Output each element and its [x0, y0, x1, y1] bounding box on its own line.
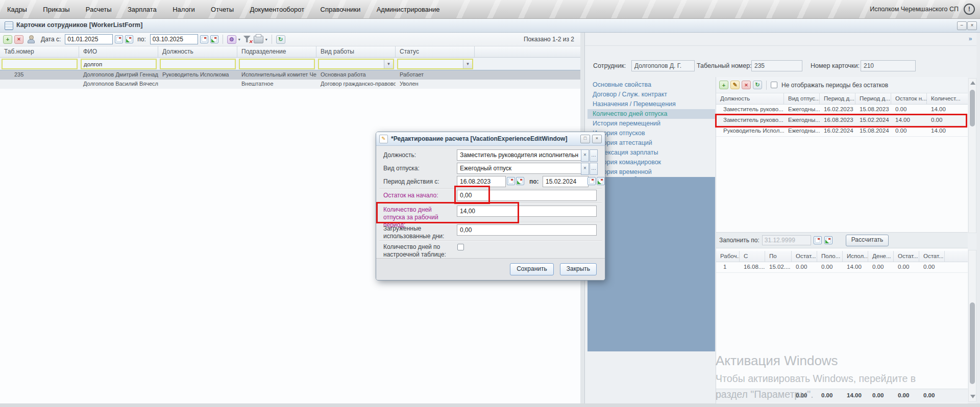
balance-field[interactable]: 0,00 — [457, 190, 597, 201]
dialog-maximize-button[interactable]: □ — [580, 135, 590, 143]
column-header-balance[interactable]: Остаток н... — [891, 93, 927, 104]
chevron-down-icon[interactable]: ▼ — [463, 60, 472, 68]
dialog-close-button[interactable]: × — [592, 135, 602, 143]
column-header-status[interactable]: Статус — [396, 46, 475, 57]
lookup-button[interactable]: … — [590, 163, 598, 175]
hide-empty-periods-checkbox[interactable] — [771, 82, 777, 88]
menu-spravochniki[interactable]: Справочники — [313, 0, 368, 18]
delete-period-button[interactable]: ✕ — [742, 81, 751, 89]
minimize-button[interactable]: − — [957, 21, 967, 30]
add-period-button[interactable]: + — [719, 81, 728, 89]
filter-fio-input[interactable]: долгоп — [81, 59, 157, 69]
column-header-balance3[interactable]: Остат... — [919, 251, 945, 262]
nav-item-main-properties[interactable]: Основные свойства — [587, 80, 715, 90]
lookup-button[interactable]: … — [590, 149, 598, 162]
edit-period-button[interactable]: ✎ — [730, 81, 740, 89]
calendar-go-icon[interactable] — [597, 177, 605, 185]
collapse-panel-button[interactable]: » — [966, 34, 974, 43]
dialog-titlebar[interactable]: ✎ *Редактирование расчета [VacationExper… — [376, 132, 605, 146]
nav-item-contract[interactable]: Договор / Служ. контракт — [587, 90, 715, 99]
scrollbar-thumb[interactable] — [970, 90, 975, 126]
nav-item-vacation-days[interactable]: Количество дней отпуска — [587, 109, 715, 119]
period-row[interactable]: 1 16.08.... 15.02.... 0.00 0.00 14.00 0.… — [716, 262, 968, 273]
scrollbar-thumb[interactable] — [970, 302, 975, 384]
column-header-position[interactable]: Должность — [158, 46, 237, 57]
nav-item-attestations-history[interactable]: История аттестаций — [587, 138, 715, 148]
delete-worker-button[interactable]: ✕ — [14, 35, 23, 44]
scroll-up-icon[interactable] — [970, 81, 975, 85]
menu-otchety[interactable]: Отчеты — [204, 0, 241, 18]
calendar-go-icon[interactable] — [516, 177, 524, 185]
periods-table-scrollbar[interactable] — [968, 250, 976, 402]
period-to-input[interactable]: 15.02.2024 — [543, 176, 589, 187]
days-per-period-field[interactable]: 14,00 — [457, 206, 597, 217]
employee-name-field[interactable]: Долгополов Д. Г. — [631, 60, 695, 71]
print-caret-icon[interactable]: ▾ — [265, 37, 267, 42]
close-button[interactable]: × — [967, 21, 977, 30]
column-header-from[interactable]: С — [740, 251, 765, 262]
refresh-button[interactable]: ↻ — [276, 35, 285, 44]
calendar-icon[interactable] — [200, 35, 208, 43]
clear-field-button[interactable]: × — [581, 149, 589, 162]
column-header-position[interactable]: Должность — [716, 93, 784, 104]
column-header-work-type[interactable]: Вид работы — [316, 46, 396, 57]
filter-position-input[interactable] — [160, 59, 236, 69]
calendar-icon[interactable] — [507, 177, 515, 185]
calculate-button[interactable]: Рассчитать — [846, 235, 889, 246]
clear-field-button[interactable]: × — [581, 163, 589, 175]
print-button[interactable] — [254, 36, 263, 43]
vacation-type-field[interactable]: Ежегодный отпуск — [457, 163, 582, 174]
column-header-entitled[interactable]: Поло... — [817, 251, 843, 262]
column-header-tab-number[interactable]: Таб.номер — [0, 46, 79, 57]
worker-row-selected[interactable]: 235 Долгополов Дмитрий Геннадьевич Руков… — [0, 70, 580, 80]
column-header-balance2[interactable]: Остат... — [894, 251, 919, 262]
menu-prikazy[interactable]: Приказы — [36, 0, 77, 18]
column-header-fio[interactable]: ФИО — [79, 46, 158, 57]
person-icon[interactable] — [28, 35, 35, 43]
dialog-close-footer-button[interactable]: Закрыть — [560, 263, 597, 275]
menu-raschety[interactable]: Расчеты — [79, 0, 119, 18]
menu-administrirovanie[interactable]: Администрирование — [370, 0, 447, 18]
column-header-to[interactable]: По — [765, 251, 792, 262]
date-from-input[interactable]: 01.01.2025 — [65, 34, 113, 44]
column-header-money[interactable]: Дене... — [868, 251, 894, 262]
nav-item-salary-indexation[interactable]: Индексация зарплаты — [587, 148, 715, 158]
refresh-periods-button[interactable]: ↻ — [753, 81, 762, 89]
tab-number-field[interactable]: 235 — [751, 60, 802, 71]
calendar-icon[interactable] — [814, 236, 822, 244]
add-worker-button[interactable]: + — [3, 35, 12, 44]
filter-work-type-combo[interactable]: ▼ — [318, 59, 394, 69]
used-days-field[interactable]: 0,00 — [457, 224, 597, 236]
column-header-work-year[interactable]: Рабоч... — [716, 251, 740, 262]
settings-button[interactable]: ⚙ — [227, 35, 236, 44]
table-days-checkbox[interactable] — [457, 244, 464, 250]
vacation-row-highlighted[interactable]: Заместитель руково... Ежегодны... 16.08.… — [716, 115, 968, 126]
menu-kadry[interactable]: Кадры — [0, 0, 34, 18]
vacation-row[interactable]: Заместитель руково... Ежегодны... 16.02.… — [716, 105, 968, 115]
menu-dokumentooborot[interactable]: Документооборот — [242, 0, 311, 18]
calendar-go-icon[interactable] — [125, 35, 133, 43]
column-header-vacation-type[interactable]: Вид отпус... — [784, 93, 820, 104]
filter-tab-number-input[interactable] — [2, 59, 78, 69]
nav-item-business-trips-history[interactable]: История командировок — [587, 158, 715, 167]
calendar-icon[interactable] — [587, 177, 596, 185]
calendar-go-icon[interactable] — [210, 35, 218, 43]
period-from-input[interactable]: 16.08.2023 — [457, 176, 506, 187]
position-field[interactable]: Заместитель руководителя исполнительн — [457, 149, 582, 161]
nav-item-assignments[interactable]: Назначения / Перемещения — [587, 99, 715, 109]
settings-caret-icon[interactable]: ▾ — [238, 37, 240, 42]
nav-item-transfers-history[interactable]: История перемещений — [587, 119, 715, 129]
clear-filter-button[interactable]: ✕ — [242, 35, 252, 43]
column-header-used[interactable]: Испол... — [843, 251, 868, 262]
vacation-row[interactable]: Руководитель Испол... Ежегодны... 16.02.… — [716, 126, 968, 137]
fill-to-date-input[interactable]: 31.12.9999 — [762, 235, 811, 245]
worker-row[interactable]: Долгополов Василий Вячеславов... Внештат… — [0, 80, 580, 89]
menu-zarplata[interactable]: Зарплата — [120, 0, 164, 18]
column-header-department[interactable]: Подразделение — [237, 46, 316, 57]
date-to-input[interactable]: 03.10.2025 — [150, 34, 198, 44]
column-header-days-count[interactable]: Количест... — [927, 93, 968, 104]
nav-item-vacations-history[interactable]: История отпусков — [587, 129, 715, 138]
column-header-balance1[interactable]: Остат... — [792, 251, 817, 262]
column-header-period-from[interactable]: Период д... — [820, 93, 855, 104]
warning-icon[interactable]: ! — [964, 4, 975, 15]
